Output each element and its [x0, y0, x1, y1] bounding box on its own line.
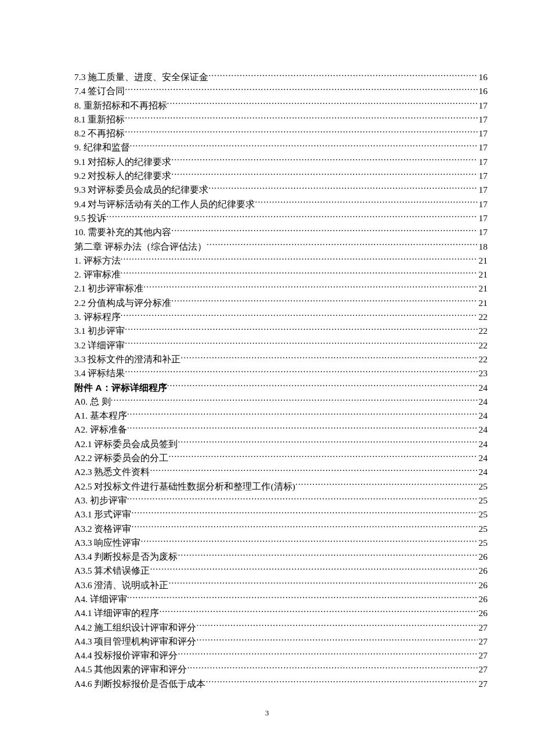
toc-entry-page: 22	[478, 339, 488, 352]
toc-leader-dots	[121, 254, 478, 264]
toc-entry-label: A4.5 其他因素的评审和评分	[74, 663, 187, 676]
toc-entry[interactable]: 9.4 对与评标活动有关的工作人员的纪律要求17	[74, 197, 488, 211]
toc-entry-page: 27	[478, 649, 488, 663]
toc-entry[interactable]: A4.4 投标报价评审和评分27	[74, 649, 488, 663]
toc-entry[interactable]: A0. 总 则24	[74, 395, 488, 409]
toc-entry-page: 17	[478, 169, 488, 183]
toc-entry-page: 27	[478, 635, 488, 649]
toc-entry-label: A2. 评标准备	[74, 423, 127, 437]
toc-entry-label: 3.2 详细评审	[74, 339, 125, 352]
toc-leader-dots	[121, 311, 478, 321]
toc-entry-page: 17	[478, 99, 488, 113]
toc-leader-dots	[208, 71, 477, 81]
toc-leader-dots	[159, 607, 477, 617]
toc-leader-dots	[125, 339, 477, 348]
toc-leader-dots	[125, 325, 477, 334]
toc-leader-dots	[178, 438, 477, 447]
toc-entry-label: A0. 总 则	[74, 395, 111, 409]
toc-entry-label: A4.6 判断投标报价是否低于成本	[74, 677, 205, 691]
toc-entry[interactable]: A2. 评标准备24	[74, 423, 488, 437]
toc-entry-page: 22	[478, 324, 488, 338]
toc-leader-dots	[167, 99, 478, 109]
toc-entry-label: 9.4 对与评标活动有关的工作人员的纪律要求	[74, 197, 255, 211]
toc-entry[interactable]: A4. 详细评审26	[74, 592, 488, 606]
toc-entry[interactable]: A3.1 形式评审25	[74, 507, 488, 521]
toc-leader-dots	[196, 621, 477, 631]
toc-leader-dots	[167, 381, 478, 391]
toc-entry[interactable]: A2.1 评标委员会成员签到24	[74, 437, 488, 451]
toc-entry-label: A4.1 详细评审的程序	[74, 606, 159, 620]
toc-entry[interactable]: 2. 评审标准21	[74, 268, 488, 282]
toc-entry[interactable]: A2.5 对投标文件进行基础性数据分析和整理工作(清标)25	[74, 480, 488, 494]
toc-entry[interactable]: A3. 初步评审25	[74, 494, 488, 507]
toc-leader-dots	[150, 466, 477, 476]
toc-entry[interactable]: 3.1 初步评审22	[74, 324, 488, 338]
toc-entry-page: 24	[478, 381, 488, 395]
toc-leader-dots	[125, 85, 477, 95]
toc-entry[interactable]: 7.4 签订合同16	[74, 84, 488, 98]
toc-entry[interactable]: 8. 重新招标和不再招标17	[74, 99, 488, 113]
toc-entry[interactable]: A3.4 判断投标是否为废标26	[74, 550, 488, 564]
toc-entry-label: 10. 需要补充的其他内容	[74, 225, 171, 239]
toc-entry[interactable]: 3.4 评标结果23	[74, 366, 488, 380]
toc-entry[interactable]: 8.2 不再招标17	[74, 127, 488, 141]
toc-entry[interactable]: 9.1 对招标人的纪律要求17	[74, 155, 488, 169]
toc-entry[interactable]: 7.3 施工质量、进度、安全保证金16	[74, 70, 488, 84]
toc-entry[interactable]: 3.2 详细评审22	[74, 339, 488, 352]
toc-entry-label: A2.2 评标委员会的分工	[74, 451, 168, 465]
toc-entry[interactable]: 3.3 投标文件的澄清和补正22	[74, 352, 488, 366]
toc-leader-dots	[121, 269, 478, 278]
toc-leader-dots	[111, 395, 478, 405]
toc-entry[interactable]: 9.3 对评标委员会成员的纪律要求17	[74, 183, 488, 197]
toc-entry-label: A3.3 响应性评审	[74, 536, 140, 550]
toc-entry[interactable]: 9.5 投诉17	[74, 211, 488, 225]
toc-entry[interactable]: 2.2 分值构成与评分标准21	[74, 296, 488, 310]
toc-leader-dots	[127, 424, 478, 433]
toc-entry[interactable]: 9.2 对投标人的纪律要求17	[74, 169, 488, 183]
toc-leader-dots	[295, 480, 478, 489]
toc-entry[interactable]: 10. 需要补充的其他内容17	[74, 225, 488, 239]
toc-entry[interactable]: A1. 基本程序24	[74, 409, 488, 423]
toc-leader-dots	[196, 635, 477, 645]
toc-entry[interactable]: A4.3 项目管理机构评审和评分27	[74, 635, 488, 649]
toc-entry-page: 21	[478, 296, 488, 310]
toc-leader-dots	[171, 156, 477, 165]
toc-entry[interactable]: 1. 评标方法21	[74, 254, 488, 268]
toc-entry-page: 24	[478, 395, 488, 409]
toc-entry[interactable]: A3.2 资格评审25	[74, 522, 488, 536]
toc-entry[interactable]: A2.2 评标委员会的分工24	[74, 451, 488, 465]
toc-entry[interactable]: A4.2 施工组织设计评审和评分27	[74, 621, 488, 635]
toc-entry[interactable]: 8.1 重新招标17	[74, 113, 488, 127]
toc-leader-dots	[140, 537, 477, 546]
toc-entry[interactable]: A2.3 熟悉文件资料24	[74, 465, 488, 479]
toc-entry[interactable]: 附件 A：评标详细程序24	[74, 381, 488, 395]
toc-leader-dots	[168, 452, 477, 462]
toc-leader-dots	[178, 650, 477, 659]
toc-leader-dots	[131, 509, 477, 518]
toc-entry-label: A2.3 熟悉文件资料	[74, 465, 150, 479]
toc-leader-dots	[187, 664, 477, 673]
toc-entry-label: A3.1 形式评审	[74, 507, 131, 521]
toc-entry[interactable]: A3.6 澄清、说明或补正26	[74, 578, 488, 592]
toc-entry[interactable]: A4.1 详细评审的程序26	[74, 606, 488, 620]
toc-entry-page: 26	[478, 550, 488, 564]
toc-entry-label: 3.4 评标结果	[74, 366, 125, 380]
toc-entry-page: 21	[478, 282, 488, 296]
toc-entry[interactable]: A4.5 其他因素的评审和评分27	[74, 663, 488, 676]
toc-entry[interactable]: A3.5 算术错误修正26	[74, 564, 488, 578]
toc-entry-page: 26	[478, 592, 488, 606]
toc-entry[interactable]: 3. 评标程序22	[74, 310, 488, 324]
toc-entry[interactable]: 第二章 评标办法（综合评估法）18	[74, 240, 488, 254]
toc-leader-dots	[127, 410, 478, 419]
toc-leader-dots	[208, 184, 477, 193]
toc-leader-dots	[171, 170, 477, 179]
toc-entry-page: 17	[478, 211, 488, 225]
toc-entry[interactable]: A3.3 响应性评审25	[74, 536, 488, 550]
toc-entry-label: 2.2 分值构成与评分标准	[74, 296, 171, 310]
toc-entry[interactable]: 9. 纪律和监督17	[74, 141, 488, 154]
toc-entry-page: 24	[478, 437, 488, 451]
toc-entry-page: 17	[478, 155, 488, 169]
toc-entry[interactable]: A4.6 判断投标报价是否低于成本27	[74, 677, 488, 691]
toc-entry-label: A3. 初步评审	[74, 494, 127, 507]
toc-entry[interactable]: 2.1 初步评审标准21	[74, 282, 488, 296]
